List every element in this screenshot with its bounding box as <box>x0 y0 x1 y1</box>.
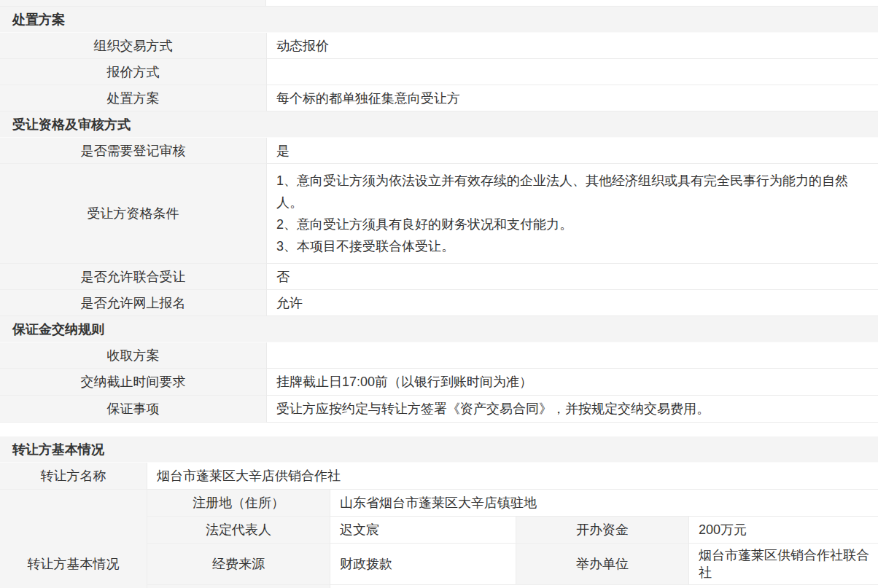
section-header-transferor-info: 转让方基本情况 <box>0 436 878 463</box>
row-value: 允许 <box>266 290 878 316</box>
row-label: 经费来源 <box>147 544 330 585</box>
row-value: 烟台市蓬莱区大辛店供销合作社 <box>147 463 878 490</box>
qualification-line: 1、意向受让方须为依法设立并有效存续的企业法人、其他经济组织或具有完全民事行为能… <box>276 170 871 213</box>
table-row: 经费来源 财政拨款 举办单位 烟台市蓬莱区供销合作社联合社 <box>147 544 878 585</box>
table-row: 组织交易方式 动态报价 <box>0 33 878 59</box>
row-label: 是否允许联合受让 <box>0 264 266 290</box>
row-label: 法定代表人 <box>147 517 330 544</box>
table-row: 处置方案 每个标的都单独征集意向受让方 <box>0 85 878 111</box>
row-value: 动态报价 <box>266 33 878 59</box>
table-row: 企业类型 集体所有制企业 <box>147 585 878 588</box>
row-value <box>266 59 878 85</box>
row-label: 是否需要登记审核 <box>0 138 266 164</box>
row-label: 企业类型 <box>147 585 330 588</box>
section-title: 保证金交纳规则 <box>12 321 104 338</box>
partial-label-cell <box>0 0 266 6</box>
row-value: 烟台市蓬莱区供销合作社联合社 <box>688 544 878 585</box>
row-value: 集体所有制企业 <box>330 585 878 588</box>
table-row: 交纳截止时间要求 挂牌截止日17:00前（以银行到账时间为准） <box>0 369 878 396</box>
row-label: 是否允许网上报名 <box>0 290 266 316</box>
row-value: 受让方应按约定与转让方签署《资产交易合同》，并按规定交纳交易费用。 <box>266 396 878 423</box>
row-label: 受让方资格条件 <box>0 164 266 264</box>
partial-row-top <box>0 0 878 7</box>
row-label: 处置方案 <box>0 85 266 111</box>
row-value: 每个标的都单独征集意向受让方 <box>266 85 878 111</box>
row-value: 否 <box>266 264 878 290</box>
row-value: 挂牌截止日17:00前（以银行到账时间为准） <box>266 369 878 396</box>
row-value <box>266 342 878 369</box>
row-value: 迟文宸 <box>330 517 516 544</box>
detail-outer-label: 转让方基本情况 <box>0 490 147 588</box>
table-row: 是否需要登记审核 是 <box>0 138 878 164</box>
row-label: 注册地（住所） <box>147 490 330 517</box>
section-title: 受让资格及审核方式 <box>12 116 131 133</box>
table-row: 受让方资格条件 1、意向受让方须为依法设立并有效存续的企业法人、其他经济组织或具… <box>0 164 878 264</box>
section-title: 处置方案 <box>12 11 65 28</box>
row-value: 山东省烟台市蓬莱区大辛店镇驻地 <box>330 490 878 517</box>
table-row: 保证事项 受让方应按约定与转让方签署《资产交易合同》，并按规定交纳交易费用。 <box>0 396 878 423</box>
table-row: 法定代表人 迟文宸 开办资金 200万元 <box>147 517 878 544</box>
qualification-line: 2、意向受让方须具有良好的财务状况和支付能力。 <box>276 213 572 235</box>
row-label: 交纳截止时间要求 <box>0 369 266 396</box>
row-label: 保证事项 <box>0 396 266 423</box>
section-header-deposit-rules: 保证金交纳规则 <box>0 316 878 342</box>
section-header-qualification: 受让资格及审核方式 <box>0 111 878 138</box>
row-label: 报价方式 <box>0 59 266 85</box>
row-label: 开办资金 <box>516 517 688 544</box>
row-value: 财政拨款 <box>330 544 516 585</box>
table-row: 转让方名称 烟台市蓬莱区大辛店供销合作社 <box>0 463 878 490</box>
section-header-disposal-plan: 处置方案 <box>0 7 878 33</box>
table-row: 报价方式 <box>0 59 878 85</box>
table-separator-gap <box>0 423 878 436</box>
row-value: 200万元 <box>688 517 878 544</box>
transferor-detail-table: 转让方基本情况 注册地（住所） 山东省烟台市蓬莱区大辛店镇驻地 法定代表人 迟文… <box>0 490 878 588</box>
section-title: 转让方基本情况 <box>12 441 104 458</box>
table-row: 收取方案 <box>0 342 878 369</box>
table-row: 是否允许网上报名 允许 <box>0 290 878 316</box>
row-label: 组织交易方式 <box>0 33 266 59</box>
row-value: 是 <box>266 138 878 164</box>
table-row: 注册地（住所） 山东省烟台市蓬莱区大辛店镇驻地 <box>147 490 878 517</box>
detail-rows: 注册地（住所） 山东省烟台市蓬莱区大辛店镇驻地 法定代表人 迟文宸 开办资金 2… <box>147 490 878 588</box>
row-label: 举办单位 <box>516 544 688 585</box>
table-row: 是否允许联合受让 否 <box>0 264 878 290</box>
row-value: 1、意向受让方须为依法设立并有效存续的企业法人、其他经济组织或具有完全民事行为能… <box>266 164 878 264</box>
row-label: 转让方名称 <box>0 463 147 490</box>
qualification-line: 3、本项目不接受联合体受让。 <box>276 235 454 257</box>
row-label: 收取方案 <box>0 342 266 369</box>
